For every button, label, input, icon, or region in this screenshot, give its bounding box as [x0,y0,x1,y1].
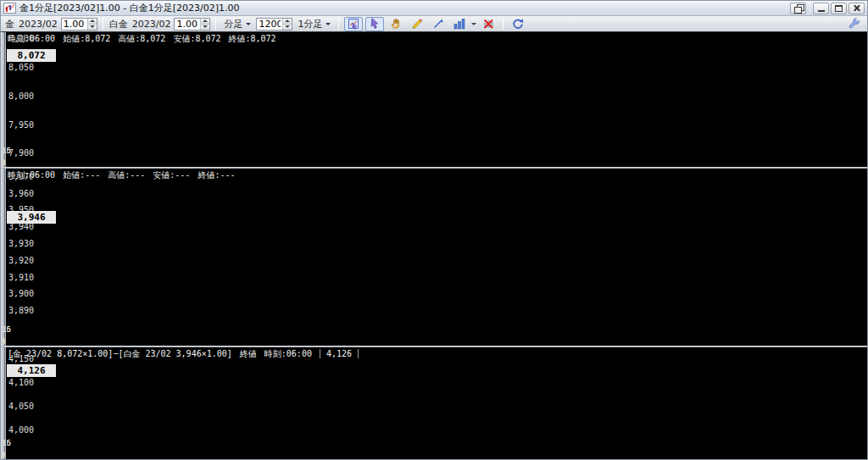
price-label: 4,100 [8,378,34,387]
spin-down-icon [90,25,95,28]
platinum-price-axis[interactable]: 3,9703,9603,9503,9403,9303,9203,9103,900… [5,169,57,346]
price-label: 8,050 [8,63,34,72]
spin-up-icon [90,19,95,22]
gold-month-label: 2023/02 [18,19,58,30]
pencil-icon [410,17,424,30]
minimize-button[interactable] [813,3,829,14]
toolbar-separator [215,18,216,30]
pencil-tool-button[interactable] [408,17,426,31]
caret-down-icon [326,23,331,25]
info-segment: 終値:--- [198,170,235,180]
price-label: 3,900 [8,289,34,298]
price-label: 8,000 [8,91,34,101]
indicator-caret-icon[interactable] [471,23,476,25]
last-price-tag: 3,946 [7,211,56,224]
info-segment: 時刻:06:00 [8,170,55,180]
caret-down-icon [246,23,251,25]
gold-ratio-input[interactable] [62,19,87,30]
price-label: 3,920 [8,256,34,265]
spread-price-axis[interactable]: 4,1504,1004,0504,0004,126 [5,347,57,459]
gold-ratio-spinner [61,18,97,30]
annotate-tool-button[interactable] [429,17,448,31]
info-segment: 始値:8,072 [63,34,110,43]
pan-tool-button[interactable] [387,17,405,31]
price-label: 3,910 [8,273,34,282]
window-title: 金1分足[2023/02]1.00 - 白金1分足[2023/02]1.00 [19,1,790,15]
title-bar[interactable]: 金1分足[2023/02]1.00 - 白金1分足[2023/02]1.00 [1,1,867,16]
float-window-icon [794,4,803,12]
spread-line-panel: [金 23/02 8,072×1.00]−[白金 23/02 3,946×1.0… [1,347,867,459]
pan-hand-icon [389,17,403,30]
bar-type-dropdown[interactable]: 分足 [221,17,253,30]
info-segment: 終値:8,072 [229,34,276,43]
price-label: 4,050 [8,402,34,411]
spread-value: 4,126 [320,349,359,358]
interval-dropdown[interactable]: 1分足 [295,17,333,30]
indicator-chart-icon [453,17,466,30]
maximize-button[interactable] [831,3,847,14]
platinum-candlestick-panel: 時刻:06:00始値:---高値:---安値:---終値:--- 1516 23… [1,169,867,346]
bar-type-label: 分足 [224,18,242,30]
price-label: 7,900 [8,148,34,158]
last-price-tag: 4,126 [7,364,56,377]
chart-app-window: 金1分足[2023/02]1.00 - 白金1分足[2023/02]1.00 金… [0,0,868,460]
bar-count-spinner [256,18,292,30]
gold-candlestick-panel: 時刻:06:00始値:8,072高値:8,072安値:8,072終値:8,072… [1,32,867,167]
date-label: 16 [2,147,11,155]
gold-price-axis[interactable]: 8,1008,0508,0007,9507,9008,072 [5,32,57,167]
platinum-label: 白金 [108,18,129,30]
charts-area: 時刻:06:00始値:8,072高値:8,072安値:8,072終値:8,072… [1,32,867,460]
gold-ratio-spin-down[interactable] [88,24,97,30]
maximize-icon [835,5,843,12]
gold-ohlc-readout: 時刻:06:00始値:8,072高値:8,072安値:8,072終値:8,072 [8,33,284,45]
price-label: 3,940 [8,222,34,231]
chart-cursor-tool-button[interactable] [344,17,363,31]
price-label: 3,890 [8,306,34,315]
remove-indicator-button[interactable] [479,17,498,31]
info-segment: 安値:--- [153,170,190,180]
info-segment: 高値:8,072 [118,34,165,43]
spin-down-icon [285,25,290,28]
float-window-button[interactable] [790,3,806,14]
indicator-tool-button[interactable] [450,17,469,31]
info-segment: 始値:--- [63,170,100,180]
info-segment: 時刻:06:00 [264,349,312,358]
settings-button[interactable] [845,17,864,31]
platinum-ratio-spin-down[interactable] [201,24,209,30]
select-tool-button[interactable] [365,17,384,31]
settings-wrench-icon [848,17,861,30]
price-label: 4,000 [8,425,34,435]
platinum-ohlc-readout: 時刻:06:00始値:---高値:---安値:---終値:--- [8,169,243,181]
info-segment: 高値:--- [108,170,145,180]
price-label: 3,960 [8,189,34,198]
platinum-ratio-spinner [174,18,210,30]
toolbar-separator [103,18,103,30]
reload-button[interactable] [509,17,527,31]
annotate-pen-icon [431,17,445,30]
price-label: 7,950 [8,120,34,130]
platinum-ratio-input[interactable] [175,19,200,30]
reload-icon [511,17,525,30]
spin-down-icon [203,25,208,28]
bar-count-spin-down[interactable] [283,24,292,30]
chart-cursor-icon [347,17,360,30]
info-segment: [金 23/02 8,072×1.00]−[白金 23/02 3,946×1.0… [8,349,232,358]
bar-count-input[interactable] [257,19,282,30]
gold-label: 金 [4,18,15,30]
platinum-month-label: 2023/02 [131,19,172,30]
remove-indicator-icon [481,17,495,30]
minimize-icon [818,10,825,12]
spin-up-icon [285,19,290,22]
spin-up-icon [203,19,208,22]
spread-readout: [金 23/02 8,072×1.00]−[白金 23/02 3,946×1.0… [8,348,359,360]
date-label: 16 [2,439,11,447]
last-price-tag: 8,072 [7,49,56,62]
close-icon [853,4,860,12]
info-segment: 時刻:06:00 [8,34,55,43]
toolbar-separator [503,18,504,30]
info-segment: 安値:8,072 [173,34,220,43]
close-button[interactable] [849,3,865,14]
toolbar-separator [338,18,339,30]
app-icon [3,3,16,14]
price-label: 3,930 [8,239,34,248]
